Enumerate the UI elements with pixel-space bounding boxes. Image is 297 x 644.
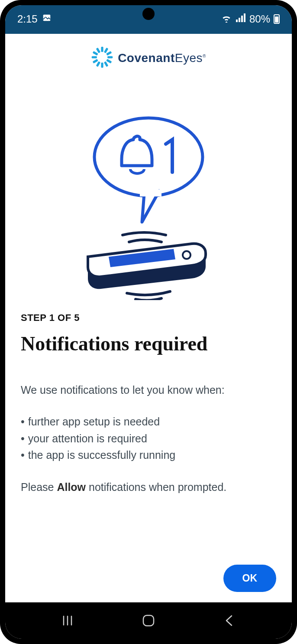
svg-rect-5 <box>244 13 245 22</box>
battery-icon <box>274 14 280 24</box>
closing-strong: Allow <box>57 481 86 493</box>
svg-point-19 <box>94 118 203 196</box>
bullet-list: •further app setup is needed •your atten… <box>21 413 276 464</box>
camera-punch-hole <box>142 8 155 20</box>
svg-rect-6 <box>101 47 103 52</box>
screen: 2:15 <box>5 5 292 639</box>
wifi-icon <box>221 13 232 25</box>
clock: 2:15 <box>17 13 38 25</box>
svg-point-1 <box>45 16 46 17</box>
svg-rect-12 <box>101 62 103 68</box>
ok-button[interactable]: OK <box>223 565 277 592</box>
bullet-text: the app is successfully running <box>28 447 175 464</box>
svg-rect-10 <box>106 59 112 64</box>
svg-rect-7 <box>104 48 109 53</box>
body-copy: STEP 1 OF 5 Notifications required We us… <box>5 304 292 496</box>
svg-rect-20 <box>140 190 161 196</box>
closing-pre: Please <box>21 481 57 493</box>
svg-rect-11 <box>104 61 109 67</box>
back-button[interactable] <box>216 614 242 627</box>
content-area: CovenantEyes® <box>5 34 292 602</box>
logo-text: CovenantEyes® <box>118 51 206 65</box>
list-item: •the app is successfully running <box>21 447 276 464</box>
device-frame: 2:15 <box>0 0 297 644</box>
signal-icon <box>236 13 246 25</box>
svg-rect-8 <box>106 51 112 56</box>
illustration-notification-phone-icon <box>5 75 292 304</box>
list-item: •further app setup is needed <box>21 413 276 430</box>
list-item: •your attention is required <box>21 430 276 447</box>
status-right: 80% <box>221 13 280 25</box>
svg-point-18 <box>99 54 105 60</box>
svg-rect-3 <box>239 18 240 22</box>
bullet-text: further app setup is needed <box>28 413 160 430</box>
svg-rect-17 <box>96 48 101 53</box>
bullet-text: your attention is required <box>28 430 147 447</box>
logo-word1: Covenant <box>118 51 175 65</box>
svg-rect-25 <box>143 615 154 626</box>
svg-rect-14 <box>93 59 98 64</box>
svg-rect-15 <box>92 56 97 58</box>
step-indicator: STEP 1 OF 5 <box>21 312 276 324</box>
svg-rect-9 <box>107 56 113 58</box>
app-logo: CovenantEyes® <box>5 34 292 75</box>
svg-rect-16 <box>93 51 98 56</box>
lead-text: We use notifications to let you know whe… <box>21 382 276 398</box>
status-left: 2:15 <box>17 13 52 25</box>
svg-rect-13 <box>96 61 101 67</box>
svg-rect-2 <box>236 20 238 22</box>
battery-percent: 80% <box>249 13 270 25</box>
recents-button[interactable] <box>55 614 81 627</box>
closing-text: Please Allow notifications when prompted… <box>21 479 276 496</box>
logo-mark-icon <box>91 46 113 70</box>
logo-word2: Eyes <box>175 51 203 65</box>
home-button[interactable] <box>136 613 161 628</box>
page-title: Notifications required <box>21 333 276 355</box>
system-nav-bar <box>5 602 292 639</box>
image-icon <box>42 13 52 25</box>
svg-rect-4 <box>241 16 243 22</box>
closing-post: notifications when prompted. <box>86 481 226 493</box>
